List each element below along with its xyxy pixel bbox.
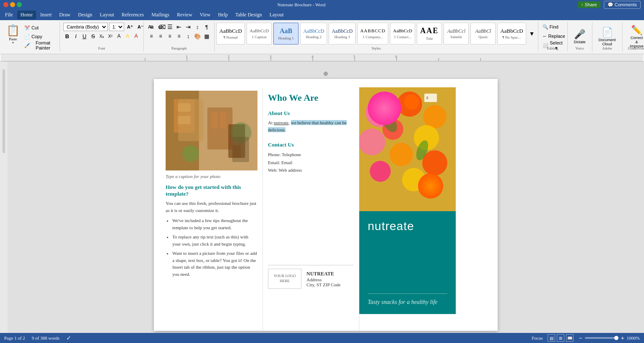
style-contact[interactable]: AaBbCcD 1 Contact... bbox=[390, 23, 415, 45]
photo-caption[interactable]: Type a caption for your photo bbox=[166, 174, 257, 179]
how-body[interactable]: You can use this fresh, professional bro… bbox=[166, 200, 257, 214]
style-no-spacing[interactable]: AaBbCcD ¶ No Spac... bbox=[497, 23, 526, 45]
svg-text:6: 6 bbox=[395, 55, 397, 59]
middle-column[interactable]: Who We Are About Us At nutreate, we beli… bbox=[263, 87, 359, 331]
paste-button[interactable]: 📋 Paste ▼ bbox=[4, 23, 22, 46]
about-body[interactable]: At nutreate, we believe that healthy can… bbox=[268, 119, 354, 133]
format-painter-button[interactable]: 🖌️Format Painter bbox=[23, 41, 56, 50]
svg-point-25 bbox=[231, 122, 252, 143]
grow-font-button[interactable]: A⁺ bbox=[125, 23, 135, 31]
menu-draw[interactable]: Draw bbox=[56, 10, 74, 19]
style-subtitle[interactable]: AaBbCcl Subtitle bbox=[444, 23, 469, 45]
about-heading[interactable]: About Us bbox=[268, 110, 354, 117]
dictate-button[interactable]: 🎤 Dictate bbox=[570, 27, 589, 46]
copy-button[interactable]: 📄Copy bbox=[23, 32, 56, 41]
bold-button[interactable]: B bbox=[63, 32, 71, 40]
subscript-button[interactable]: X₂ bbox=[98, 32, 106, 40]
find-button[interactable]: 🔍Find bbox=[541, 23, 565, 31]
italic-button[interactable]: I bbox=[72, 32, 80, 40]
who-we-are-heading[interactable]: Who We Are bbox=[268, 92, 354, 103]
underline-button[interactable]: U bbox=[80, 32, 88, 40]
contact-details: Phone: Telephone Email: Email Web: Web a… bbox=[268, 151, 354, 174]
menu-help[interactable]: Help bbox=[215, 10, 231, 19]
flower-photo[interactable]: $ bbox=[359, 87, 456, 211]
style-caption[interactable]: AaBbCcD 1 Caption bbox=[247, 23, 272, 45]
bullets-button[interactable]: ≡ bbox=[147, 23, 156, 31]
svg-rect-18 bbox=[178, 103, 191, 112]
right-column: $ nutreate Tasty snacks for a healthy li… bbox=[359, 87, 456, 331]
tip-1[interactable]: We've included a few tips throughout the… bbox=[172, 217, 257, 231]
cut-button[interactable]: ✂️Cut bbox=[23, 24, 56, 32]
align-right-button[interactable]: ≡ bbox=[166, 32, 174, 40]
numbering-button[interactable]: ≣ bbox=[156, 23, 165, 31]
style-quote[interactable]: AaBbCl Quote bbox=[470, 23, 496, 45]
menu-home[interactable]: Home bbox=[17, 10, 36, 19]
phone-text[interactable]: Phone: Telephone bbox=[268, 152, 301, 157]
left-photo[interactable] bbox=[166, 91, 257, 170]
align-buttons: ≡ ≡ ≡ ≡ ↕ 🎨 ▦ bbox=[147, 32, 211, 40]
voice-label: Voice bbox=[575, 46, 584, 50]
text-effect-button[interactable]: A bbox=[115, 32, 123, 40]
comments-button[interactable]: 💬 Comments bbox=[604, 1, 641, 9]
how-heading[interactable]: How do you get started with this templat… bbox=[166, 184, 257, 197]
font-color-button[interactable]: A bbox=[132, 32, 140, 40]
styles-more-button[interactable]: ▼ bbox=[528, 29, 536, 38]
font-size-select[interactable]: 11 12 14 bbox=[109, 23, 124, 31]
middle-spacer bbox=[268, 174, 354, 258]
menu-mailings[interactable]: Mailings bbox=[148, 10, 173, 19]
replace-button[interactable]: ↔Replace bbox=[541, 32, 565, 40]
contact-section: Contact Us Phone: Telephone Email: Email… bbox=[268, 141, 354, 174]
document-cloud-button[interactable]: 📄 Document Cloud bbox=[595, 25, 620, 48]
logo-box[interactable]: YOUR LOGO HERE bbox=[268, 269, 301, 289]
show-hide-button[interactable]: ¶ bbox=[203, 23, 211, 31]
title-bar: Nutreate Brochure - Word ↑ Share 💬 Comme… bbox=[0, 0, 644, 9]
style-title[interactable]: AAE Title bbox=[417, 23, 442, 45]
text-highlight-button[interactable]: A bbox=[124, 32, 132, 40]
style-normal[interactable]: AaBbCcD ¶ Normal bbox=[216, 23, 245, 45]
style-heading2[interactable]: AaBbCcD Heading 2 bbox=[300, 23, 327, 45]
sort-button[interactable]: ↕ bbox=[193, 23, 202, 31]
close-btn[interactable] bbox=[3, 2, 8, 7]
style-heading1[interactable]: AaB Heading 1 bbox=[273, 23, 299, 45]
style-heading3[interactable]: AaBbCcD Heading 3 bbox=[329, 23, 356, 45]
nutreate-link[interactable]: nutreate bbox=[274, 120, 288, 125]
email-text[interactable]: Email: Email bbox=[268, 160, 292, 165]
justify-button[interactable]: ≡ bbox=[175, 32, 183, 40]
document-page[interactable]: Type a caption for your photo How do you… bbox=[154, 79, 498, 331]
tip-2[interactable]: To replace any tip text (such as this) w… bbox=[172, 233, 257, 247]
menu-file[interactable]: File bbox=[2, 10, 16, 19]
line-spacing-button[interactable]: ↕ bbox=[184, 32, 192, 40]
menu-references[interactable]: References bbox=[118, 10, 147, 19]
multilevel-button[interactable]: ☰ bbox=[166, 23, 174, 31]
left-column[interactable]: Type a caption for your photo How do you… bbox=[162, 87, 263, 331]
superscript-button[interactable]: X² bbox=[106, 32, 114, 40]
maximize-btn[interactable] bbox=[17, 2, 22, 7]
decrease-indent-button[interactable]: ⇤ bbox=[175, 23, 183, 31]
document-area[interactable]: ⊕ bbox=[8, 62, 644, 333]
contact-heading[interactable]: Contact Us bbox=[268, 141, 354, 148]
menu-layout[interactable]: Layout bbox=[96, 10, 117, 19]
borders-button[interactable]: ▦ bbox=[203, 32, 211, 40]
style-company[interactable]: AABBCCD 1 Company... bbox=[357, 23, 388, 45]
share-button[interactable]: ↑ Share bbox=[578, 1, 600, 8]
menu-design[interactable]: Design bbox=[75, 10, 96, 19]
minimize-btn[interactable] bbox=[10, 2, 15, 7]
increase-indent-button[interactable]: ⇥ bbox=[184, 23, 192, 31]
tip-3[interactable]: Want to insert a picture from your files… bbox=[172, 250, 257, 278]
strikethrough-button[interactable]: S bbox=[89, 32, 97, 40]
menu-insert[interactable]: Insert bbox=[37, 10, 55, 19]
menu-review[interactable]: Review bbox=[174, 10, 196, 19]
menu-view[interactable]: View bbox=[197, 10, 214, 19]
align-left-button[interactable]: ≡ bbox=[147, 32, 156, 40]
menu-layout2[interactable]: Layout bbox=[266, 10, 287, 19]
web-text[interactable]: Web: Web address bbox=[268, 168, 302, 173]
font-family-select[interactable]: Cambria (Body) bbox=[63, 23, 108, 31]
about-section: About Us At nutreate, we believe that he… bbox=[268, 110, 354, 133]
company-name: NUTREATE bbox=[306, 271, 340, 277]
brand-tagline: Tasty snacks for a healthy life bbox=[368, 293, 447, 306]
align-center-button[interactable]: ≡ bbox=[156, 32, 165, 40]
vertical-scrollbar[interactable] bbox=[3, 69, 5, 153]
svg-point-31 bbox=[404, 94, 419, 110]
shading-button[interactable]: 🎨 bbox=[193, 32, 202, 40]
menu-table-design[interactable]: Table Design bbox=[232, 10, 265, 19]
